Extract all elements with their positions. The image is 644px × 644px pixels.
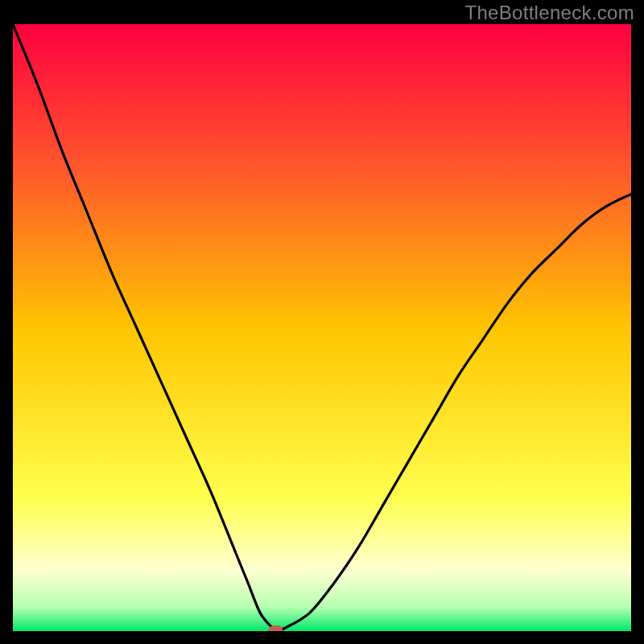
watermark-text: TheBottleneck.com xyxy=(464,2,634,24)
bottleneck-chart xyxy=(13,24,631,631)
gradient-background xyxy=(13,24,631,631)
optimum-marker xyxy=(268,625,283,631)
chart-frame: TheBottleneck.com xyxy=(0,0,644,644)
